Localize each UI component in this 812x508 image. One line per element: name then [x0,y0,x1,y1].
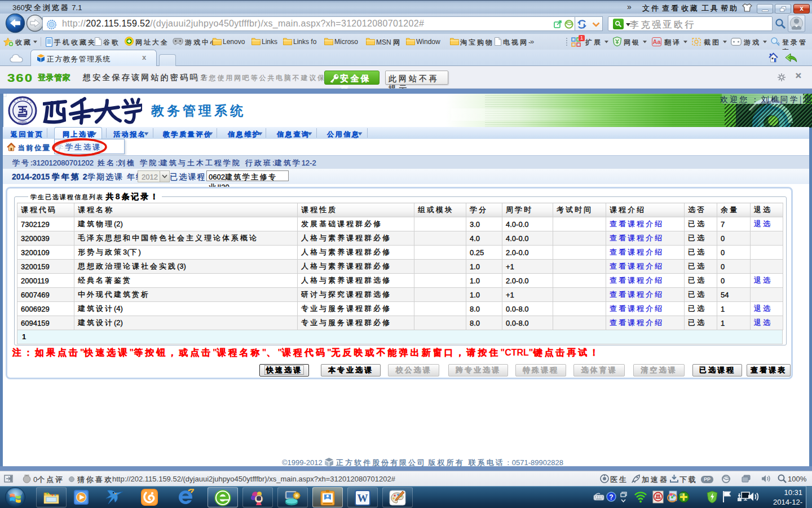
svg-text:?: ? [609,493,613,501]
svg-text:•1960•: •1960• [19,120,27,124]
svg-text:W: W [358,492,368,504]
